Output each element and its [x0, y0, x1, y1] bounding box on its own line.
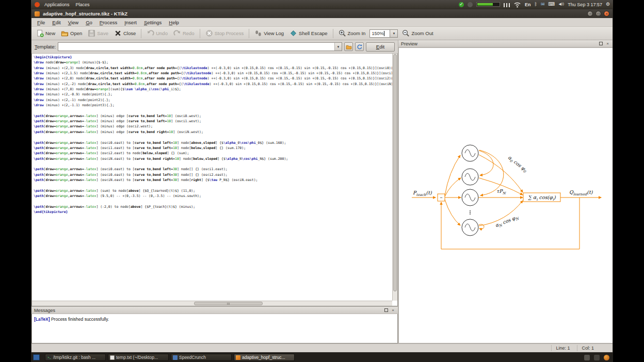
- menu-edit[interactable]: Edit: [49, 19, 64, 26]
- menu-go[interactable]: Go: [82, 19, 96, 26]
- taskbar-item-ktikz[interactable]: adaptive_hopf_struc...: [234, 354, 295, 361]
- update-check-icon[interactable]: ✓: [459, 2, 464, 7]
- minimize-button[interactable]: −: [587, 11, 593, 17]
- zoom-level-input[interactable]: 150%: [369, 29, 390, 38]
- menu-file[interactable]: File: [34, 19, 49, 26]
- float-icon: [599, 42, 603, 45]
- screen: Applications Places ✓ En ᛒ ✉ ⌨ ◀)) Thu S…: [0, 0, 644, 362]
- clock[interactable]: Thu Sep 3 17:57: [568, 2, 602, 7]
- refresh-icon: [357, 44, 363, 50]
- open-folder-icon: [61, 29, 69, 37]
- view-log-button[interactable]: View Log: [252, 28, 286, 38]
- tray-icon-2[interactable]: [594, 355, 600, 360]
- redo-icon: [173, 29, 181, 37]
- label-alphaN: αN cos φN: [494, 213, 520, 229]
- messages-header: Messages ×: [31, 307, 398, 314]
- preview-column: Preview × Pteach(t): [398, 40, 613, 343]
- bluetooth-icon[interactable]: ᛒ: [535, 2, 537, 7]
- preview-close-button[interactable]: ×: [605, 41, 610, 46]
- stop-process-button[interactable]: Stop Process: [203, 28, 247, 38]
- float-icon: [384, 308, 388, 312]
- template-reload-button[interactable]: [355, 42, 364, 51]
- template-dropdown-arrow[interactable]: ▼: [334, 43, 342, 51]
- minus-label: −: [440, 195, 442, 200]
- close-x-icon: [114, 29, 122, 37]
- menubar: File Edit View Go Process Insert Setting…: [31, 18, 613, 27]
- messages-close-button[interactable]: ×: [391, 308, 395, 312]
- close-icon: ×: [392, 308, 394, 312]
- taskbar-item-texteditor[interactable]: temp.txt (~/Desktop...: [108, 354, 169, 361]
- folder-icon: [346, 44, 352, 50]
- menu-help[interactable]: Help: [165, 19, 183, 26]
- fanout-arrows: [445, 155, 461, 225]
- open-button[interactable]: Open: [58, 28, 85, 38]
- taskbar-item-terminal[interactable]: >_ /tmp/ktikz.git : bash ...: [45, 354, 106, 361]
- status-col: Col: 1: [577, 345, 598, 351]
- workspace-switcher-icon[interactable]: [33, 354, 40, 360]
- preview-canvas: Pteach(t) −: [398, 47, 613, 343]
- app-icon: [35, 11, 40, 17]
- editor-horizontal-scrollbar[interactable]: [32, 301, 392, 306]
- menu-insert[interactable]: Insert: [121, 19, 140, 26]
- wifi-icon[interactable]: [513, 1, 521, 8]
- feedback-path: [441, 198, 579, 249]
- zoom-level-combo[interactable]: 150% ▼: [369, 29, 398, 38]
- toolbar-separator: [141, 29, 141, 38]
- template-open-button[interactable]: [344, 42, 353, 51]
- redo-button[interactable]: Redo: [171, 28, 197, 38]
- template-combobox[interactable]: ▼: [58, 42, 342, 51]
- mail-icon[interactable]: ✉: [541, 2, 545, 7]
- menu-view[interactable]: View: [65, 19, 82, 26]
- keyboard-icon[interactable]: ⌨: [549, 2, 555, 7]
- volume-icon[interactable]: ◀)): [559, 3, 565, 6]
- new-button[interactable]: New: [34, 28, 58, 38]
- code-editor[interactable]: \begin{tikzpicture}\draw node[draw=orang…: [32, 54, 392, 301]
- message-text: Process finished successfully.: [50, 317, 109, 322]
- editor-vertical-scrollbar[interactable]: [392, 54, 397, 301]
- menu-process[interactable]: Process: [96, 19, 121, 26]
- zoom-out-button[interactable]: Zoom Out: [399, 28, 436, 38]
- taskbar: >_ /tmp/ktikz.git : bash ... temp.txt (~…: [31, 353, 613, 362]
- shell-escape-icon: [289, 29, 297, 37]
- zoom-dropdown-arrow[interactable]: ▼: [390, 29, 398, 38]
- distro-logo-icon[interactable]: [35, 2, 40, 7]
- scrollbar-thumb[interactable]: [393, 54, 397, 291]
- close-button[interactable]: ×: [604, 11, 609, 17]
- preview-header: Preview ×: [398, 40, 613, 47]
- places-menu[interactable]: Places: [73, 2, 93, 7]
- window-title: adaptive_hopf_structure.tikz - KTikZ: [43, 11, 127, 17]
- tray-icon-1[interactable]: [584, 355, 590, 360]
- terminal-icon: >_: [47, 355, 52, 360]
- zoom-in-icon: [339, 29, 346, 37]
- globe-icon[interactable]: [468, 2, 473, 7]
- tray-icon-update[interactable]: [604, 355, 609, 360]
- shell-escape-button[interactable]: Shell Escape: [287, 28, 330, 38]
- close-icon: ×: [606, 42, 609, 46]
- messages-panel: Messages × [LaTeX] Process finished succ…: [31, 306, 398, 343]
- ktikz-window: adaptive_hopf_structure.tikz - KTikZ − ◻…: [31, 9, 613, 353]
- load-bars-icon[interactable]: [504, 2, 510, 7]
- template-edit-button[interactable]: Edit: [366, 42, 395, 52]
- session-gear-icon[interactable]: ⚙: [606, 2, 610, 7]
- label-alpha0: α0 cos φ0: [506, 154, 528, 174]
- new-document-icon: [36, 29, 44, 37]
- save-button[interactable]: Save: [85, 28, 111, 38]
- titlebar[interactable]: adaptive_hopf_structure.tikz - KTikZ − ◻…: [31, 9, 613, 18]
- messages-float-button[interactable]: [384, 308, 389, 312]
- scrollbar-thumb[interactable]: [194, 302, 263, 305]
- language-indicator[interactable]: En: [525, 2, 531, 7]
- taskbar-item-speedcrunch[interactable]: SpeedCrunch: [171, 354, 232, 361]
- network-meter-icon[interactable]: [476, 2, 500, 7]
- vertical-dots: [470, 210, 471, 215]
- preview-float-button[interactable]: [599, 41, 603, 46]
- message-tag: [LaTeX]: [34, 317, 50, 322]
- status-line: Line: 1: [551, 345, 574, 351]
- undo-button[interactable]: Undo: [144, 28, 170, 38]
- maximize-button[interactable]: ◻: [595, 11, 601, 17]
- close-file-button[interactable]: Close: [111, 28, 138, 38]
- text-cursor: [384, 31, 384, 36]
- applications-menu[interactable]: Applications: [41, 2, 73, 7]
- zoom-in-button[interactable]: Zoom In: [336, 28, 368, 38]
- tikz-diagram: Pteach(t) −: [399, 48, 613, 343]
- menu-settings[interactable]: Settings: [140, 19, 165, 26]
